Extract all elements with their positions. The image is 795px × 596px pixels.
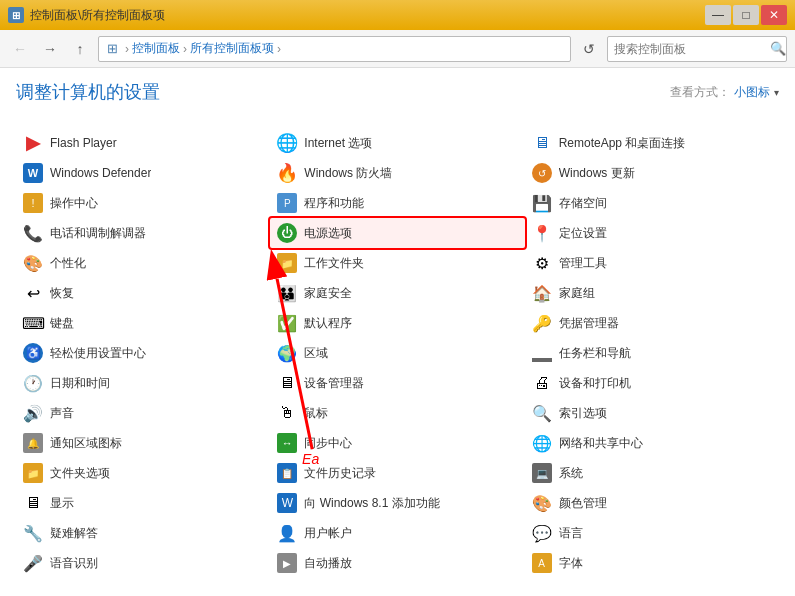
location-icon: 📍 [531,222,553,244]
path-root[interactable]: 控制面板 [132,40,180,57]
control-panel-item[interactable]: 🖱鼠标 [270,398,524,428]
control-panel-item[interactable]: 🔧疑难解答 [16,518,270,548]
item-label: 向 Windows 8.1 添加功能 [304,495,439,512]
control-panel-item[interactable]: 🌐Internet 选项 [270,128,524,158]
fonts-icon: A [531,552,553,574]
item-label: 凭据管理器 [559,315,619,332]
control-panel-item[interactable]: 🖥RemoteApp 和桌面连接 [525,128,779,158]
control-panel-item[interactable]: ▶Flash Player [16,128,270,158]
content-area: 调整计算机的设置 查看方式： 小图标 ▾ ▶Flash Player🌐Inter… [0,68,795,596]
mouse-icon: 🖱 [276,402,298,424]
control-panel-item[interactable]: 🖥显示 [16,488,270,518]
forward-button[interactable]: → [38,37,62,61]
item-label: 电话和调制解调器 [50,225,146,242]
items-grid: ▶Flash Player🌐Internet 选项🖥RemoteApp 和桌面连… [16,128,779,578]
control-panel-item[interactable]: 👪家庭安全 [270,278,524,308]
title-bar: ⊞ 控制面板\所有控制面板项 — □ ✕ [0,0,795,30]
control-panel-item[interactable]: ▶自动播放 [270,548,524,578]
credentials-icon: 🔑 [531,312,553,334]
control-panel-item[interactable]: 🔊声音 [16,398,270,428]
item-label: 默认程序 [304,315,352,332]
control-panel-item[interactable]: 🖨设备和打印机 [525,368,779,398]
item-label: 操作中心 [50,195,98,212]
action-icon: ! [22,192,44,214]
control-panel-item[interactable]: 📋文件历史记录 [270,458,524,488]
control-panel-item[interactable]: 🌍区域 [270,338,524,368]
control-panel-item[interactable]: 📞电话和调制解调器 [16,218,270,248]
control-panel-item[interactable]: ↺Windows 更新 [525,158,779,188]
control-panel-item[interactable]: 📁工作文件夹 [270,248,524,278]
minimize-button[interactable]: — [705,5,731,25]
control-panel-item[interactable]: ↩恢复 [16,278,270,308]
view-label: 查看方式： [670,84,730,101]
control-panel-item[interactable]: 🔔通知区域图标 [16,428,270,458]
refresh-button[interactable]: ↺ [577,37,601,61]
control-panel-item[interactable]: P程序和功能 [270,188,524,218]
item-label: 工作文件夹 [304,255,364,272]
search-input[interactable] [608,42,770,56]
control-panel-item[interactable]: 🎨颜色管理 [525,488,779,518]
item-label: 恢复 [50,285,74,302]
item-label: 电源选项 [304,225,352,242]
item-label: 设备和打印机 [559,375,631,392]
control-panel-item[interactable]: ⚙管理工具 [525,248,779,278]
item-label: 语言 [559,525,583,542]
control-panel-item[interactable]: ⌨键盘 [16,308,270,338]
power-icon: ⏻ [276,222,298,244]
control-panel-item[interactable]: 任务栏和导航 [525,338,779,368]
control-panel-item[interactable]: !操作中心 [16,188,270,218]
control-panel-item[interactable]: ⏻电源选项 [270,218,524,248]
addfeature-icon: W [276,492,298,514]
devices-icon: 🖨 [531,372,553,394]
control-panel-item[interactable]: 🕐日期和时间 [16,368,270,398]
control-panel-item[interactable]: 📁文件夹选项 [16,458,270,488]
search-button[interactable]: 🔍 [770,37,786,61]
colormanage-icon: 🎨 [531,492,553,514]
control-panel-item[interactable]: 🏠家庭组 [525,278,779,308]
item-label: 日期和时间 [50,375,110,392]
close-button[interactable]: ✕ [761,5,787,25]
control-panel-item[interactable]: 💻系统 [525,458,779,488]
item-label: 疑难解答 [50,525,98,542]
view-current-link[interactable]: 小图标 [734,84,770,101]
item-label: 字体 [559,555,583,572]
item-label: 系统 [559,465,583,482]
address-path[interactable]: ⊞ › 控制面板 › 所有控制面板项 › [98,36,571,62]
programs-icon: P [276,192,298,214]
item-label: 语音识别 [50,555,98,572]
speech-icon: 🎤 [22,552,44,574]
control-panel-item[interactable]: 📍定位设置 [525,218,779,248]
control-panel-item[interactable]: 🔍索引选项 [525,398,779,428]
region-icon: 🌍 [276,342,298,364]
back-button[interactable]: ← [8,37,32,61]
control-panel-item[interactable]: 🎨个性化 [16,248,270,278]
control-panel-item[interactable]: ↔同步中心 [270,428,524,458]
control-panel-item[interactable]: ✅默认程序 [270,308,524,338]
control-panel-item[interactable]: 👤用户帐户 [270,518,524,548]
item-label: 文件夹选项 [50,465,110,482]
path-sub[interactable]: 所有控制面板项 [190,40,274,57]
control-panel-item[interactable]: ♿轻松使用设置中心 [16,338,270,368]
item-label: 区域 [304,345,328,362]
control-panel-item[interactable]: 🖥设备管理器 [270,368,524,398]
window-controls: — □ ✕ [705,5,787,25]
item-label: 个性化 [50,255,86,272]
maximize-button[interactable]: □ [733,5,759,25]
control-panel-item[interactable]: W向 Windows 8.1 添加功能 [270,488,524,518]
item-label: 网络和共享中心 [559,435,643,452]
control-panel-item[interactable]: 💬语言 [525,518,779,548]
control-panel-item[interactable]: 🌐网络和共享中心 [525,428,779,458]
control-panel-item[interactable]: WWindows Defender [16,158,270,188]
personalize-icon: 🎨 [22,252,44,274]
search-box[interactable]: 🔍 [607,36,787,62]
control-panel-item[interactable]: 💾存储空间 [525,188,779,218]
control-panel-item[interactable]: 🎤语音识别 [16,548,270,578]
item-label: 同步中心 [304,435,352,452]
item-label: Internet 选项 [304,135,372,152]
sync-icon: ↔ [276,432,298,454]
control-panel-item[interactable]: 🔥Windows 防火墙 [270,158,524,188]
up-button[interactable]: ↑ [68,37,92,61]
panel-header: 调整计算机的设置 查看方式： 小图标 ▾ [16,80,779,112]
control-panel-item[interactable]: A字体 [525,548,779,578]
control-panel-item[interactable]: 🔑凭据管理器 [525,308,779,338]
